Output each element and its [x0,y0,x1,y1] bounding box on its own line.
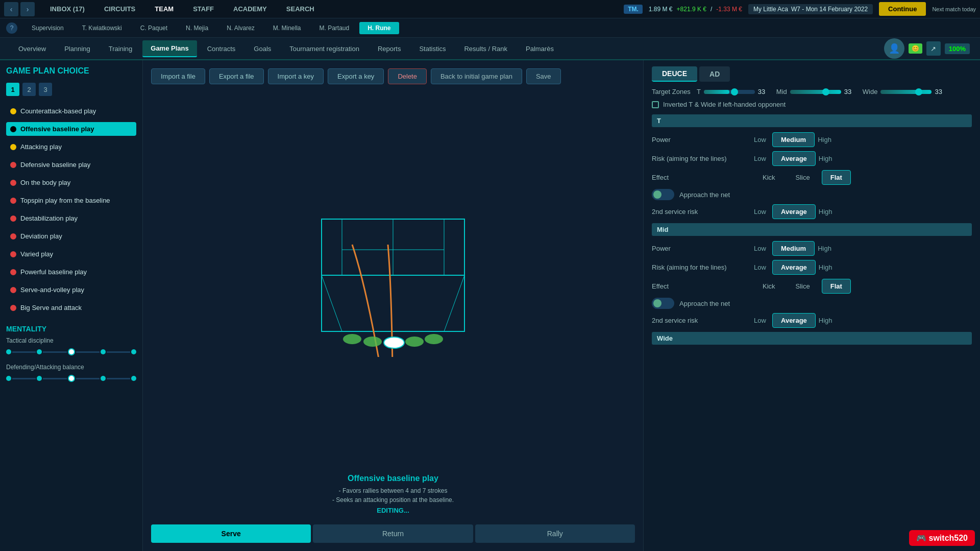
top-right: TM. 1.89 M € +821.9 K € / -1.33 M € My L… [624,2,976,16]
t-approach-row: Approach the net [652,189,972,200]
mid-effect-kick-btn[interactable]: Kick [754,279,784,294]
play-deviation[interactable]: Deviation play [6,229,136,243]
supervision-tab[interactable]: Supervision [23,22,72,34]
mid-power-medium-btn[interactable]: Medium [772,241,815,256]
back-arrow[interactable]: ‹ [4,2,18,16]
play-big-serve[interactable]: Big Serve and attack [6,301,136,315]
import-file-button[interactable]: Import a file [151,68,205,84]
t-zone-slider[interactable] [704,90,755,94]
player-tab-partaud[interactable]: M. Partaud [311,22,358,34]
t-2nd-service-label: 2nd service risk [652,208,754,215]
slider-thumb-tactical[interactable] [68,348,75,355]
defending-attacking-row: Defending/Attacking balance [6,364,136,384]
t-effect-slice-btn[interactable]: Slice [787,170,819,185]
save-button[interactable]: Save [526,68,561,84]
mid-2nd-high: High [819,317,834,324]
rally-tab[interactable]: Rally [475,524,635,543]
export-file-button[interactable]: Export a file [209,68,264,84]
nav-training[interactable]: Training [101,41,140,57]
play-varied[interactable]: Varied play [6,247,136,261]
arrow-icon[interactable]: ↗ [926,41,941,56]
t-power-buttons: Low Medium High [754,132,972,147]
t-approach-toggle[interactable] [652,189,674,200]
nav-goals[interactable]: Goals [246,41,279,57]
mid-effect-slice-btn[interactable]: Slice [787,279,819,294]
inbox-nav[interactable]: INBOX (17) [41,3,94,15]
play-defensive-baseline[interactable]: Defensive baseline play [6,158,136,172]
team-nav[interactable]: TEAM [145,3,183,15]
delete-button[interactable]: Delete [388,68,427,84]
mid-2nd-service-row: 2nd service risk Low Average High [652,313,972,328]
t-power-medium-btn[interactable]: Medium [772,132,815,147]
t-risk-average-btn[interactable]: Average [772,151,816,166]
player-tab-mejia[interactable]: N. Mejia [178,22,216,34]
t-zone-value: 33 [758,88,770,95]
nav-overview[interactable]: Overview [10,41,54,57]
nav-gameplans[interactable]: Game Plans [142,40,197,57]
circuits-nav[interactable]: CIRCUITS [95,3,144,15]
mentality-title: MENTALITY [6,325,136,333]
player-tab-rune[interactable]: H. Rune [359,22,399,34]
mid-2nd-service-buttons: Low Average High [754,313,972,328]
mid-power-row: Power Low Medium High [652,241,972,256]
mid-effect-row: Effect Kick Slice Flat [652,279,972,294]
continue-button[interactable]: Continue [879,2,926,16]
plan-2[interactable]: 2 [22,83,36,96]
mid-risk-average-btn[interactable]: Average [772,260,816,275]
player-avatar: 👤 [884,38,904,59]
play-topspin[interactable]: Topspin play from the baseline [6,194,136,207]
staff-nav[interactable]: STAFF [184,3,223,15]
play-powerful[interactable]: Powerful baseline play [6,265,136,279]
wide-zone-slider[interactable] [880,90,932,94]
t-2nd-average-btn[interactable]: Average [772,204,816,219]
help-icon[interactable]: ? [6,22,17,34]
mid-effect-flat-btn[interactable]: Flat [822,279,851,294]
back-to-initial-button[interactable]: Back to initial game plan [431,68,522,84]
plan-1[interactable]: 1 [6,83,19,96]
search-nav[interactable]: SEARCH [277,3,324,15]
player-tab-alvarez[interactable]: N. Alvarez [218,22,263,34]
play-on-body[interactable]: On the body play [6,176,136,189]
play-attacking[interactable]: Attacking play [6,140,136,154]
nav-results[interactable]: Results / Rank [456,41,516,57]
nav-reports[interactable]: Reports [370,41,409,57]
import-key-button[interactable]: Import a key [268,68,324,84]
player-tab-kwiatkowski[interactable]: T. Kwiatkowski [74,22,130,34]
serve-tab[interactable]: Serve [151,524,311,543]
t-power-high: High [818,136,833,143]
deuce-tab[interactable]: DEUCE [652,66,697,82]
academy-nav[interactable]: ACADEMY [224,3,276,15]
mid-approach-toggle[interactable] [652,298,674,309]
plan-3[interactable]: 3 [39,83,52,96]
slider-dot-1 [6,349,11,354]
rating-badge: 😊 [909,43,922,54]
money-display: 1.89 M € +821.9 K € / -1.33 M € [649,6,742,13]
return-tab[interactable]: Return [313,524,473,543]
ad-tab[interactable]: AD [699,66,730,82]
mid-zone-slider[interactable] [790,90,841,94]
play-desc-1: - Favors rallies between 4 and 7 strokes [157,486,629,495]
nav-tournament[interactable]: Tournament registration [281,41,368,57]
t-effect-flat-btn[interactable]: Flat [822,170,851,185]
mid-risk-low: Low [754,263,769,271]
mid-2nd-average-btn[interactable]: Average [772,313,816,328]
play-counterattack[interactable]: Counterattack-based play [6,104,136,118]
forward-arrow[interactable]: › [20,2,35,16]
nav-statistics[interactable]: Statistics [411,41,454,57]
player-tab-paquet[interactable]: C. Paquet [132,22,176,34]
play-serve-volley[interactable]: Serve-and-volley play [6,283,136,297]
club-name: My Little Aca [753,6,788,13]
t-power-row: Power Low Medium High [652,132,972,147]
slider-thumb-balance[interactable] [68,375,75,382]
player-tab-minella[interactable]: M. Minella [265,22,309,34]
wide-section-bar: Wide [652,332,972,345]
play-destabilization[interactable]: Destabilization play [6,211,136,225]
inverted-checkbox[interactable] [652,101,659,108]
nav-contracts[interactable]: Contracts [199,41,244,57]
play-offensive-baseline[interactable]: Offensive baseline play [6,122,136,136]
t-effect-kick-btn[interactable]: Kick [754,170,784,185]
nav-palmares[interactable]: Palmarès [518,41,562,57]
mid-risk-buttons: Low Average High [754,260,972,275]
nav-planning[interactable]: Planning [56,41,99,57]
export-key-button[interactable]: Export a key [328,68,384,84]
